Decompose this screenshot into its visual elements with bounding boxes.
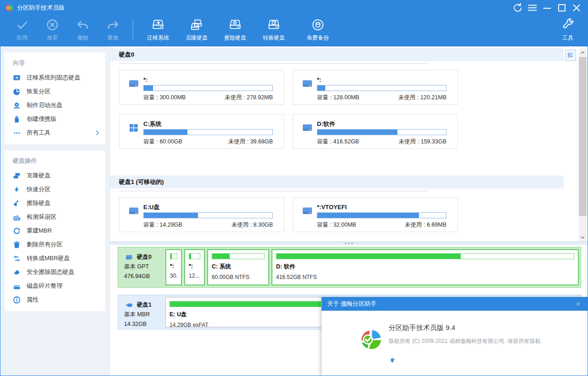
sidebar-item-check-bad-sectors[interactable]: 检测坏扇区 [5, 210, 105, 224]
hdd-icon [301, 78, 313, 89]
partition-card-footer: 容量 : 300.00MB 未使用 : 278.92MB [143, 94, 273, 102]
sidebar-item-label: 迁移系统到固态硬盘 [27, 74, 80, 82]
partition-card-body: E:U盘 容量 : 14.29GB 未使用 : 8.30GB [143, 204, 273, 232]
partition-card[interactable]: *: 容量 : 300.00MB 未使用 : 278.92MB [119, 70, 284, 105]
refresh-icon[interactable] [510, 2, 525, 14]
toolbar-label: 撤销 [77, 34, 88, 42]
hdd-icon [301, 205, 313, 216]
sidebar-item-label: 属性 [27, 296, 39, 304]
usage-bar [143, 212, 273, 218]
toolbar-label: 放弃 [47, 34, 58, 42]
toolbar-button-free-backup[interactable]: 免费备份 [299, 16, 337, 42]
mini-usage-bar [189, 253, 200, 259]
disk1-name-line: 硬盘1 [124, 300, 164, 310]
partition-block-size: 60.00GB NTFS [212, 274, 265, 280]
partition-card[interactable]: *: 容量 : 128.00MB 未使用 : 120.21MB [293, 70, 458, 105]
partition-card-footer: 容量 : 60.00GB 未使用 : 39.68GB [143, 138, 273, 146]
sidebar-section-title: 硬盘操作 [5, 155, 105, 169]
sidebar-item-clone-disk[interactable]: 克隆硬盘 [5, 169, 105, 182]
sidebar-item-create-portable[interactable]: 创建便携版 [5, 112, 105, 126]
toolbar-button-undo[interactable]: 撤销 [68, 16, 98, 42]
sidebar-item-convert-to-mbr[interactable]: 转换成MBR硬盘 [5, 251, 105, 265]
about-dialog-close-button[interactable] [574, 300, 582, 308]
product-version-text: 分区助手技术员版 9.4 [389, 324, 455, 332]
pie-chart-icon [13, 88, 21, 96]
sidebar-section-disk-operations: 硬盘操作 克隆硬盘 快速分区 擦除硬盘 检测坏扇区 [5, 150, 105, 311]
partition-block[interactable]: *: 30... [165, 249, 182, 285]
partition-name: *: [317, 77, 447, 83]
sidebar-item-delete-all-partitions[interactable]: 删除所有分区 [5, 238, 105, 251]
toolbar-button-discard[interactable]: 放弃 [37, 16, 68, 42]
list-view-toggle-button[interactable] [565, 50, 576, 61]
sidebar-item-defragment[interactable]: 磁盘碎片整理 [5, 279, 105, 293]
toolbar-button-clone-disk[interactable]: 克隆硬盘 [177, 16, 216, 42]
toolbar-button-redo[interactable]: 重做 [98, 16, 128, 42]
capacity-text: 容量 : 32.00MB [317, 221, 356, 229]
sidebar-section-wizards: 向导 迁移系统到固态硬盘 恢复分区 制作启动光盘 创建便携版 [5, 52, 105, 144]
scroll-down-button[interactable] [579, 233, 587, 241]
toolbar-button-convert-disk[interactable]: 转换硬盘 [254, 16, 293, 42]
about-dialog-body: 分区助手技术员版 9.4 版权所有 (C) 2009-2021 成都傲梅科技有限… [322, 311, 588, 376]
toolbar-button-tools[interactable]: 工具 [554, 16, 581, 42]
partition-block-size: 416.52GB NTFS [276, 274, 574, 280]
usage-bar [317, 129, 447, 135]
usage-bar-fill [317, 130, 397, 135]
mini-usage-bar [276, 253, 574, 259]
titlebar: 分区助手技术员版 [0, 0, 588, 15]
toolbar-button-migrate-os[interactable]: 迁移系统 [139, 16, 177, 42]
sidebar-item-quick-partition[interactable]: 快速分区 [5, 182, 105, 196]
partition-card-footer: 容量 : 416.52GB 未使用 : 159.33GB [317, 138, 447, 146]
sidebar-item-make-boot-disc[interactable]: 制作启动光盘 [5, 98, 105, 112]
disk-type: 基本 GPT [124, 262, 164, 272]
usb-stick-icon [13, 115, 21, 123]
usage-bar-fill [317, 213, 419, 218]
minimize-button[interactable] [540, 2, 554, 14]
disk1-info[interactable]: 硬盘1 基本 MBR 14.32GB [118, 295, 164, 329]
sidebar-item-wipe-disk[interactable]: 擦除硬盘 [5, 196, 105, 210]
rebuild-icon [13, 227, 21, 235]
sidebar-item-label: 重建MBR [27, 227, 52, 235]
sidebar-item-all-tools[interactable]: 所有工具 [5, 126, 105, 140]
partition-block[interactable]: D: 软件 416.52GB NTFS [271, 249, 579, 285]
mini-usage-fill [277, 254, 461, 259]
sidebar-item-properties[interactable]: 属性 [5, 293, 105, 307]
toolbar-button-wipe-disk[interactable]: 擦除硬盘 [216, 16, 254, 42]
partition-card-body: D:软件 容量 : 416.52GB 未使用 : 159.33GB [317, 121, 447, 148]
scrollbar-thumb[interactable] [579, 57, 587, 216]
list-view-icon [567, 51, 574, 59]
disk0-info[interactable]: 硬盘0 基本 GPT 476.94GB [118, 247, 164, 287]
broom-icon [13, 199, 21, 207]
sidebar-item-label: 转换成MBR硬盘 [27, 254, 70, 262]
menu-icon[interactable] [525, 2, 540, 14]
pane-splitter[interactable] [110, 241, 588, 245]
maximize-button[interactable] [554, 2, 569, 14]
defrag-icon [13, 282, 21, 290]
partition-card-body: *:VTOYEFI 容量 : 32.00MB 未使用 : 6.69MB [317, 204, 447, 232]
partition-block[interactable]: *: 12... [184, 249, 205, 285]
clone-drive-icon [190, 18, 204, 32]
toolbar-label: 转换硬盘 [263, 34, 285, 42]
close-button[interactable] [569, 2, 584, 14]
capacity-text: 容量 : 416.52GB [317, 138, 359, 146]
toolbar-button-apply[interactable]: 应用 [7, 16, 37, 42]
sidebar-item-rebuild-mbr[interactable]: 重建MBR [5, 224, 105, 238]
partition-card[interactable]: D:软件 容量 : 416.52GB 未使用 : 159.33GB [293, 114, 458, 149]
partition-block[interactable]: C: 系统 60.00GB NTFS [207, 249, 269, 285]
partition-card[interactable]: C:系统 容量 : 60.00GB 未使用 : 39.68GB [119, 114, 284, 149]
partition-name: *:VTOYEFI [317, 204, 447, 210]
disk1-section: 硬盘1 (可移动的) E:U盘 容量 : 14.29GB 未使用 : 8.3 [110, 176, 588, 232]
chevron-right-icon [94, 130, 101, 136]
vertical-scrollbar[interactable] [579, 48, 587, 241]
sidebar-item-recover-partition[interactable]: 恢复分区 [5, 85, 105, 98]
sidebar-item-label: 快速分区 [27, 185, 51, 194]
partition-card[interactable]: E:U盘 容量 : 14.29GB 未使用 : 8.30GB [119, 197, 284, 232]
partition-block-label: D: 软件 [276, 263, 574, 271]
sidebar-item-label: 磁盘碎片整理 [27, 282, 62, 290]
scroll-up-button[interactable] [579, 48, 587, 57]
mini-usage-bar [170, 253, 177, 259]
lightning-icon [13, 186, 21, 194]
sidebar-item-migrate-to-ssd[interactable]: 迁移系统到固态硬盘 [5, 71, 105, 85]
unused-text: 未使用 : 159.33GB [399, 138, 447, 146]
sidebar-item-secure-erase-ssd[interactable]: 安全擦除固态硬盘 [5, 265, 105, 279]
partition-card[interactable]: *:VTOYEFI 容量 : 32.00MB 未使用 : 6.69MB [293, 197, 458, 232]
